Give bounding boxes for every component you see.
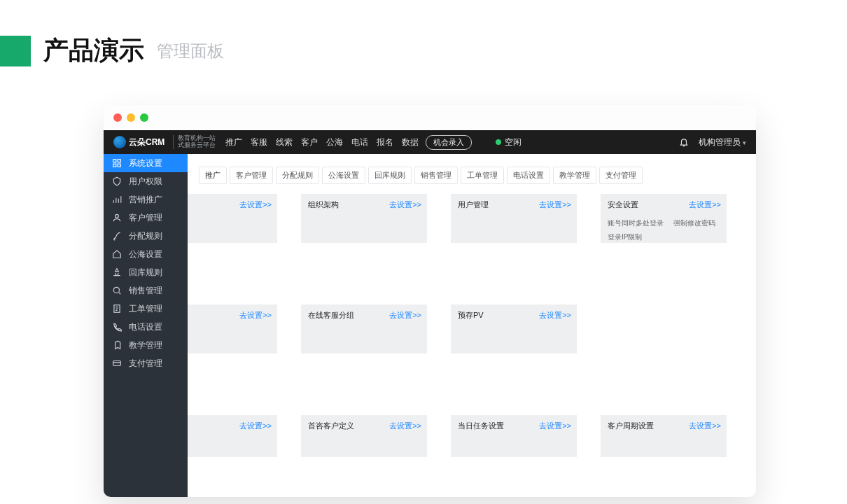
go-settings-link[interactable]: 去设置>> [239,310,272,321]
cards-row-3: 去设置>> 首咨客户定义 去设置>> 当日任务设置 去设置>> 客户周期设置 去… [188,415,745,457]
tab[interactable]: 销售管理 [414,167,458,184]
browser-frame: 云朵CRM 教育机构一站 式服务云平台 推广 客服 线索 客户 公海 电话 报名… [104,105,756,497]
tab[interactable]: 分配规则 [276,167,319,184]
sidebar-item-label: 教学管理 [129,340,162,351]
topnav-item[interactable]: 客服 [251,136,267,148]
settings-card-reserve-pv: 预存PV 去设置>> [451,304,577,354]
settings-card: 去设置>> [188,304,277,354]
svg-rect-0 [113,160,116,162]
go-settings-link[interactable]: 去设置>> [689,200,721,210]
logo-tagline: 教育机构一站 式服务云平台 [173,135,216,149]
tab[interactable]: 电话设置 [507,167,550,184]
sidebar-item-ticket-mgmt[interactable]: 工单管理 [104,300,188,318]
sidebar-item-marketing[interactable]: 营销推广 [104,190,188,209]
sidebar-item-label: 销售管理 [129,285,162,297]
shield-icon [112,176,122,186]
go-settings-link[interactable]: 去设置>> [389,200,421,210]
sidebar: 系统设置 用户权限 营销推广 客户管理 分配规则 公海设置 [104,154,188,497]
doc-icon [112,304,122,314]
go-settings-link[interactable]: 去设置>> [239,200,272,210]
topnav-item[interactable]: 客户 [301,136,318,148]
topnav-item[interactable]: 推广 [225,136,242,148]
user-menu[interactable]: 机构管理员 [699,136,746,148]
go-settings-link[interactable]: 去设置>> [539,200,571,210]
go-settings-link[interactable]: 去设置>> [389,421,421,431]
tab[interactable]: 公海设置 [322,167,365,184]
sidebar-item-label: 用户权限 [129,176,162,188]
topnav-item[interactable]: 公海 [326,136,343,148]
sidebar-item-system-settings[interactable]: 系统设置 [104,154,188,172]
go-settings-link[interactable]: 去设置>> [239,421,272,431]
bars-icon [112,195,122,204]
sidebar-item-sales-mgmt[interactable]: 销售管理 [104,281,188,300]
card-sub-item[interactable]: 账号同时多处登录 [608,218,664,228]
settings-card-org: 组织架构 去设置>> [301,194,427,243]
topbar-right: 机构管理员 [679,136,746,148]
sidebar-item-return-rules[interactable]: 回库规则 [104,263,188,281]
phone-icon [112,322,122,332]
card-sub-item[interactable]: 强制修改密码 [673,218,715,228]
minimize-dot[interactable] [127,113,135,122]
svg-rect-1 [118,160,120,162]
window-controls [104,105,756,130]
close-dot[interactable] [113,113,122,122]
sidebar-item-assign-rules[interactable]: 分配规则 [104,227,188,245]
tab[interactable]: 支付管理 [599,167,643,184]
settings-card-first-consult: 首咨客户定义 去设置>> [301,415,427,457]
sidebar-item-user-permissions[interactable]: 用户权限 [104,172,188,190]
settings-card: 去设置>> [188,194,277,243]
sidebar-item-label: 支付管理 [129,358,162,370]
settings-card-user-mgmt: 用户管理 去设置>> [451,194,577,243]
sidebar-item-label: 公海设置 [129,248,162,260]
tab[interactable]: 客户管理 [230,167,273,184]
recycle-icon [112,267,122,277]
go-settings-link[interactable]: 去设置>> [539,421,571,431]
topnav-item[interactable]: 线索 [276,136,293,148]
record-opportunity-button[interactable]: 机会录入 [426,135,472,150]
grid-icon [112,158,122,168]
settings-card-customer-cycle: 客户周期设置 去设置>> [601,415,727,457]
slide-title-main: 产品演示 [43,34,144,68]
go-settings-link[interactable]: 去设置>> [689,421,721,431]
card-sub-item[interactable]: 登录IP限制 [608,232,642,242]
sidebar-item-payment-mgmt[interactable]: 支付管理 [104,354,188,372]
topnav-item[interactable]: 报名 [377,136,393,148]
topnav-item[interactable]: 数据 [402,136,419,148]
status-label: 空闲 [505,136,522,148]
cards-row-2: 去设置>> 在线客服分组 去设置>> 预存PV 去设置>> [188,304,745,354]
sidebar-item-public-pool[interactable]: 公海设置 [104,245,188,263]
sidebar-item-label: 电话设置 [129,321,162,333]
sidebar-item-customer-mgmt[interactable]: 客户管理 [104,209,188,227]
topnav-item[interactable]: 电话 [351,136,368,148]
bell-icon[interactable] [679,137,689,147]
slide-title: 产品演示 管理面板 [0,34,224,68]
logo-swirl-icon [113,136,126,148]
maximize-dot[interactable] [140,113,148,122]
topbar: 云朵CRM 教育机构一站 式服务云平台 推广 客服 线索 客户 公海 电话 报名… [104,130,756,154]
sidebar-item-teaching-mgmt[interactable]: 教学管理 [104,336,188,354]
route-icon [112,231,122,241]
sidebar-item-phone-settings[interactable]: 电话设置 [104,318,188,336]
cards-row-1: 去设置>> 组织架构 去设置>> 用户管理 去设置>> 安全设置 去设置>> 账… [188,194,745,243]
card-sub-items: 账号同时多处登录 强制修改密码 登录IP限制 [608,218,720,242]
sidebar-item-label: 工单管理 [129,303,162,315]
sale-icon [112,286,122,295]
slide-title-sub: 管理面板 [157,40,224,62]
go-settings-link[interactable]: 去设置>> [539,310,571,321]
tab[interactable]: 回库规则 [368,167,412,184]
sub-tabs: 推广 客户管理 分配规则 公海设置 回库规则 销售管理 工单管理 电话设置 教学… [199,167,745,184]
svg-rect-2 [113,164,116,167]
svg-rect-3 [118,164,120,167]
go-settings-link[interactable]: 去设置>> [389,310,421,321]
settings-card-online-service-group: 在线客服分组 去设置>> [301,304,427,354]
settings-card: 去设置>> [188,415,277,457]
house-icon [112,249,122,259]
book-icon [112,340,122,350]
tab[interactable]: 推广 [199,167,227,184]
tab[interactable]: 教学管理 [553,167,596,184]
tab[interactable]: 工单管理 [461,167,504,184]
content-area: 推广 客户管理 分配规则 公海设置 回库规则 销售管理 工单管理 电话设置 教学… [188,154,756,497]
settings-card-security: 安全设置 去设置>> 账号同时多处登录 强制修改密码 登录IP限制 [601,194,727,243]
sidebar-item-label: 客户管理 [129,212,162,224]
sidebar-item-label: 系统设置 [129,158,162,169]
